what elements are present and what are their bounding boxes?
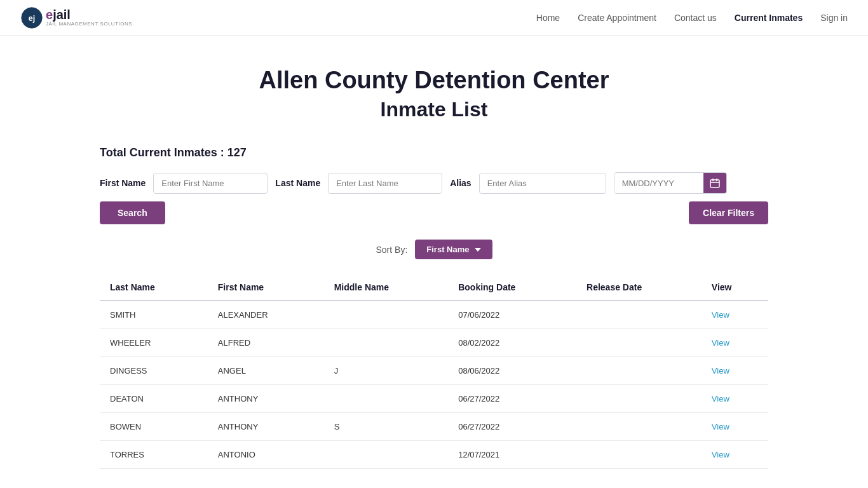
cell-first-name: ANTHONY bbox=[208, 413, 324, 441]
view-link[interactable]: View bbox=[712, 338, 729, 348]
calendar-button[interactable] bbox=[703, 173, 726, 193]
cell-booking-date: 08/02/2022 bbox=[448, 329, 576, 357]
cell-booking-date: 12/07/2021 bbox=[448, 441, 576, 469]
col-booking-date: Booking Date bbox=[448, 274, 576, 301]
cell-view[interactable]: View bbox=[702, 385, 768, 413]
cell-first-name: ALEXANDER bbox=[208, 301, 324, 329]
cell-release-date bbox=[576, 301, 702, 329]
first-name-label: First Name bbox=[100, 178, 146, 188]
col-first-name: First Name bbox=[208, 274, 324, 301]
view-link[interactable]: View bbox=[712, 450, 729, 459]
table-row: SMITH ALEXANDER 07/06/2022 View bbox=[100, 301, 768, 329]
last-name-input[interactable] bbox=[328, 173, 442, 194]
cell-view[interactable]: View bbox=[702, 357, 768, 385]
cell-last-name: SMITH bbox=[100, 301, 208, 329]
col-release-date: Release Date bbox=[576, 274, 702, 301]
ejail-logo-icon: ej bbox=[20, 6, 43, 29]
nav-sign-in[interactable]: Sign in bbox=[820, 13, 848, 23]
cell-release-date bbox=[576, 329, 702, 357]
brand-logo: ej ejail JAIL MANAGEMENT SOLUTIONS bbox=[20, 6, 132, 29]
cell-booking-date: 07/06/2022 bbox=[448, 301, 576, 329]
table-row: WHEELER ALFRED 08/02/2022 View bbox=[100, 329, 768, 357]
svg-rect-2 bbox=[710, 180, 719, 187]
date-input[interactable] bbox=[614, 173, 703, 193]
table-row: DINGESS ANGEL J 08/06/2022 View bbox=[100, 357, 768, 385]
brand-tagline: JAIL MANAGEMENT SOLUTIONS bbox=[46, 22, 132, 27]
inmate-table: Last Name First Name Middle Name Booking… bbox=[100, 274, 768, 469]
cell-last-name: DINGESS bbox=[100, 357, 208, 385]
cell-first-name: ANTHONY bbox=[208, 385, 324, 413]
calendar-icon bbox=[710, 178, 720, 188]
navbar: ej ejail JAIL MANAGEMENT SOLUTIONS Home … bbox=[0, 0, 868, 36]
nav-create-appointment[interactable]: Create Appointment bbox=[578, 13, 656, 23]
main-content: Allen County Detention Center Inmate Lis… bbox=[85, 36, 783, 484]
chevron-down-icon bbox=[475, 248, 481, 252]
first-name-input[interactable] bbox=[153, 173, 268, 194]
view-link[interactable]: View bbox=[712, 366, 729, 376]
action-row: Search Clear Filters bbox=[100, 201, 768, 224]
cell-view[interactable]: View bbox=[702, 441, 768, 469]
page-title-block: Allen County Detention Center Inmate Lis… bbox=[100, 66, 768, 123]
cell-release-date bbox=[576, 413, 702, 441]
cell-booking-date: 06/27/2022 bbox=[448, 385, 576, 413]
cell-first-name: ANGEL bbox=[208, 357, 324, 385]
cell-booking-date: 06/27/2022 bbox=[448, 413, 576, 441]
cell-view[interactable]: View bbox=[702, 301, 768, 329]
table-row: TORRES ANTONIO 12/07/2021 View bbox=[100, 441, 768, 469]
page-title-line2: Inmate List bbox=[100, 95, 768, 124]
cell-view[interactable]: View bbox=[702, 413, 768, 441]
date-input-wrapper bbox=[614, 172, 727, 194]
cell-last-name: TORRES bbox=[100, 441, 208, 469]
table-row: BOWEN ANTHONY S 06/27/2022 View bbox=[100, 413, 768, 441]
cell-release-date bbox=[576, 385, 702, 413]
clear-filters-button[interactable]: Clear Filters bbox=[689, 201, 768, 224]
alias-input[interactable] bbox=[479, 173, 606, 194]
page-title-line1: Allen County Detention Center bbox=[100, 66, 768, 95]
svg-text:ej: ej bbox=[29, 14, 36, 23]
cell-release-date bbox=[576, 357, 702, 385]
nav-contact-us[interactable]: Contact us bbox=[674, 13, 717, 23]
table-header-row: Last Name First Name Middle Name Booking… bbox=[100, 274, 768, 301]
cell-middle-name: S bbox=[324, 413, 448, 441]
cell-middle-name bbox=[324, 329, 448, 357]
nav-links: Home Create Appointment Contact us Curre… bbox=[536, 13, 848, 23]
view-link[interactable]: View bbox=[712, 422, 729, 431]
col-middle-name: Middle Name bbox=[324, 274, 448, 301]
col-view: View bbox=[702, 274, 768, 301]
view-link[interactable]: View bbox=[712, 394, 729, 403]
cell-last-name: DEATON bbox=[100, 385, 208, 413]
total-inmates-label: Total Current Inmates : 127 bbox=[100, 146, 768, 159]
sort-row: Sort By: First Name bbox=[100, 240, 768, 259]
brand-e: e bbox=[46, 8, 53, 22]
cell-release-date bbox=[576, 441, 702, 469]
cell-middle-name bbox=[324, 385, 448, 413]
table-row: DEATON ANTHONY 06/27/2022 View bbox=[100, 385, 768, 413]
sort-by-label: Sort By: bbox=[376, 245, 408, 255]
brand-jail: jail bbox=[53, 8, 71, 22]
alias-label: Alias bbox=[450, 178, 471, 188]
nav-current-inmates[interactable]: Current Inmates bbox=[735, 13, 803, 23]
view-link[interactable]: View bbox=[712, 310, 729, 320]
nav-home[interactable]: Home bbox=[536, 13, 560, 23]
last-name-label: Last Name bbox=[275, 178, 320, 188]
sort-button[interactable]: First Name bbox=[415, 240, 492, 259]
cell-first-name: ALFRED bbox=[208, 329, 324, 357]
cell-middle-name bbox=[324, 301, 448, 329]
cell-last-name: WHEELER bbox=[100, 329, 208, 357]
brand-name: ejail JAIL MANAGEMENT SOLUTIONS bbox=[46, 8, 132, 27]
filter-row: First Name Last Name Alias bbox=[100, 172, 768, 194]
cell-middle-name: J bbox=[324, 357, 448, 385]
cell-last-name: BOWEN bbox=[100, 413, 208, 441]
sort-option-label: First Name bbox=[426, 245, 469, 254]
cell-booking-date: 08/06/2022 bbox=[448, 357, 576, 385]
search-button[interactable]: Search bbox=[100, 201, 165, 224]
cell-first-name: ANTONIO bbox=[208, 441, 324, 469]
cell-middle-name bbox=[324, 441, 448, 469]
col-last-name: Last Name bbox=[100, 274, 208, 301]
cell-view[interactable]: View bbox=[702, 329, 768, 357]
